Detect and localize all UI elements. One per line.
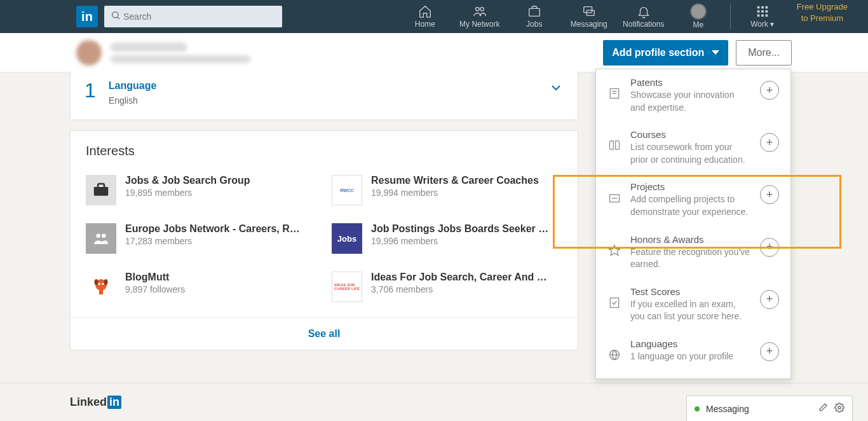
interest-name: Jobs & Job Search Group [125,175,250,186]
svg-point-22 [95,279,98,285]
dd-item-scores[interactable]: Test Scores If you excelled in an exam, … [596,279,790,331]
dd-desc: Showcase your innovation and expertise. [630,89,751,114]
dd-text: Honors & Awards Feature the recognition … [630,234,751,271]
avatar-icon [76,40,102,66]
interest-item[interactable]: RWCC Resume Writers & Career Coaches 19,… [332,166,562,214]
nav-network[interactable]: My Network [454,1,505,32]
nav-me[interactable]: Me [673,1,724,32]
search-input[interactable] [104,6,282,27]
svg-rect-7 [757,6,760,9]
group-thumb: IDEAS JOBCAREER LIFE [332,272,362,302]
add-profile-section-button[interactable]: Add profile section [603,40,728,66]
interest-meta: 19,994 members [371,188,539,198]
interest-item[interactable]: Jobs & Job Search Group 19,895 members [86,166,316,214]
svg-point-18 [102,233,106,238]
nav-label: Home [415,20,435,29]
dd-item-courses[interactable]: Courses List coursework from your prior … [596,121,790,174]
nav-label: Jobs [526,20,542,29]
interest-meta: 9,897 followers [125,284,185,294]
upgrade-line1: Free Upgrade [797,1,848,13]
add-button[interactable]: + [760,81,779,100]
dd-item-honors[interactable]: Honors & Awards Feature the recognition … [596,226,790,279]
in-icon: in [107,396,121,409]
see-all-link[interactable]: See all [71,317,578,350]
interest-name: Resume Writers & Career Coaches [371,175,539,186]
interest-item[interactable]: Europe Jobs Network - Careers, Re... 17,… [86,214,316,263]
interests-grid: Jobs & Job Search Group 19,895 members R… [71,166,578,317]
search-icon [111,10,121,23]
more-button[interactable]: More... [736,40,792,66]
add-button[interactable]: + [760,342,779,361]
dd-title: Honors & Awards [630,234,751,245]
nav-messaging[interactable]: Messaging [564,1,614,32]
add-button[interactable]: + [760,185,779,204]
dd-item-projects[interactable]: Projects Add compelling projects to demo… [596,174,790,226]
group-thumb: Jobs [332,223,362,254]
interest-name: BlogMutt [125,272,185,283]
svg-rect-8 [761,6,764,9]
dd-desc: 1 language on your profile [630,350,751,363]
book-icon [607,139,621,152]
dd-item-languages[interactable]: Languages 1 language on your profile + [596,331,790,371]
svg-line-1 [118,17,119,19]
linkedin-logo[interactable]: in [76,6,98,27]
add-button[interactable]: + [760,290,779,309]
add-button[interactable]: + [760,238,779,257]
chevron-down-icon[interactable] [548,80,564,98]
nav-label: My Network [459,20,499,29]
dd-item-patents[interactable]: Patents Showcase your innovation and exp… [596,69,790,121]
profile-actions: Add profile section More... [603,40,792,66]
nav-jobs[interactable]: Jobs [509,1,560,32]
nav-label: Messaging [571,20,607,29]
compose-icon[interactable] [818,403,828,415]
interest-item[interactable]: Jobs Job Postings Jobs Boards Seeker R..… [332,214,562,263]
globe-icon [607,349,621,361]
folder-icon [607,191,621,204]
messaging-label: Messaging [706,404,811,414]
svg-point-23 [104,279,108,285]
interests-card: Interests Jobs & Job Search Group 19,895… [70,130,578,350]
messaging-bar[interactable]: Messaging [686,396,853,421]
people-icon [86,223,116,254]
dd-text: Courses List coursework from your prior … [630,129,751,166]
language-value: English [109,95,157,106]
dd-title: Projects [630,181,751,192]
nav-home[interactable]: Home [400,1,451,32]
button-label: Add profile section [612,47,704,59]
language-card[interactable]: 1 Language English [70,71,578,120]
interest-meta: 17,283 members [125,236,303,246]
dd-text: Projects Add compelling projects to demo… [630,181,751,218]
dd-desc: List coursework from your prior or conti… [630,141,751,166]
svg-point-17 [96,233,100,238]
dropdown-scroll[interactable]: Patents Showcase your innovation and exp… [596,69,790,378]
svg-rect-10 [757,10,760,13]
interest-item[interactable]: IDEAS JOBCAREER LIFE Ideas For Job Searc… [332,263,562,311]
dd-title: Test Scores [630,286,751,297]
nav-separator [730,4,731,29]
nav-work[interactable]: Work ▾ [737,1,788,32]
nav-notifications[interactable]: Notifications [618,1,669,32]
svg-rect-11 [761,10,764,13]
dd-text: Test Scores If you excelled in an exam, … [630,286,751,323]
upgrade-link[interactable]: Free Upgrade to Premium [792,1,853,32]
svg-point-2 [475,8,479,11]
checklist-icon [607,296,621,309]
nav-items: Home My Network Jobs Messaging Notificat… [400,1,853,32]
svg-marker-30 [609,245,620,255]
interest-item[interactable]: BlogMutt 9,897 followers [86,263,316,311]
search-wrap [104,6,282,27]
footer-logo[interactable]: Linkedin [70,396,121,409]
dd-title: Languages [630,338,751,349]
svg-rect-5 [584,7,592,13]
profile-identity [76,40,250,66]
svg-rect-15 [765,15,768,17]
star-icon [607,244,621,257]
svg-point-34 [838,406,841,409]
gear-icon[interactable] [834,403,844,415]
add-button[interactable]: + [760,133,779,152]
svg-rect-16 [94,187,109,196]
dd-desc: If you excelled in an exam, you can list… [630,298,751,323]
svg-point-20 [98,283,100,286]
interest-meta: 3,706 members [371,284,549,294]
add-section-dropdown: Patents Showcase your innovation and exp… [595,69,791,379]
